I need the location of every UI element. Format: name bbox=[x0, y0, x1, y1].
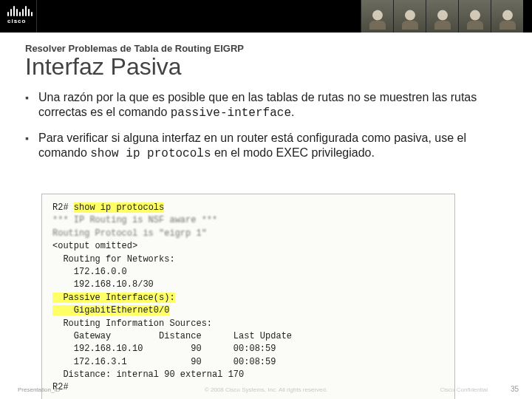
footer-presentation-id: Presentation_ID bbox=[18, 386, 60, 393]
term-line-09: GigabitEthernet0/0 bbox=[52, 305, 169, 316]
kicker-heading: Resolver Problemas de Tabla de Routing E… bbox=[25, 43, 244, 54]
bullet-1-code: passive-interface bbox=[171, 106, 291, 120]
bullet-2: Para verificar si alguna interfaz en un … bbox=[25, 131, 507, 161]
footer-copyright: © 2008 Cisco Systems, Inc. All rights re… bbox=[205, 386, 327, 393]
term-line-12: 192.168.10.10 90 00:08:59 bbox=[52, 344, 276, 354]
term-line-07: 192.168.10.8/30 bbox=[52, 279, 154, 290]
cisco-logo-text: cisco bbox=[7, 18, 26, 24]
slide: cisco Resolver Problemas de Tabla de Rou… bbox=[0, 0, 532, 399]
term-line-13: 172.16.3.1 90 00:08:59 bbox=[52, 357, 276, 367]
term-line-05: Routing for Networks: bbox=[52, 254, 175, 265]
people-collage bbox=[361, 0, 523, 33]
term-line-01-cmd: show ip protocols bbox=[74, 202, 164, 213]
term-line-08: Passive Interface(s): bbox=[52, 293, 175, 303]
term-line-14: Distance: internal 90 external 170 bbox=[52, 369, 244, 380]
bullet-1-text-post: . bbox=[291, 106, 294, 118]
terminal-box: R2# show ip protocols *** IP Routing is … bbox=[41, 194, 455, 399]
cisco-logo-icon bbox=[7, 4, 33, 16]
term-line-02: *** IP Routing is NSF aware *** bbox=[52, 215, 217, 225]
body-text: Una razón por la que es posible que en l… bbox=[25, 90, 507, 171]
term-line-01-prompt: R2# bbox=[52, 202, 74, 213]
term-line-06: 172.16.0.0 bbox=[52, 267, 127, 277]
top-bar: cisco bbox=[0, 0, 532, 33]
logo-separator bbox=[36, 0, 37, 33]
footer-page-number: 35 bbox=[511, 385, 519, 393]
bullet-2-code: show ip protocols bbox=[90, 147, 211, 160]
term-line-04: <output omitted> bbox=[52, 241, 137, 251]
term-line-03: Routing Protocol is "eigrp 1" bbox=[52, 228, 207, 239]
bullet-1: Una razón por la que es posible que en l… bbox=[25, 90, 507, 120]
bullet-2-text-post: en el modo EXEC privilegiado. bbox=[211, 146, 375, 159]
terminal-output: R2# show ip protocols *** IP Routing is … bbox=[41, 194, 455, 399]
page-title: Interfaz Pasiva bbox=[25, 53, 182, 81]
cisco-logo: cisco bbox=[7, 4, 33, 24]
footer-confidential: Cisco Confidential bbox=[440, 386, 488, 393]
term-line-11: Gateway Distance Last Update bbox=[52, 331, 292, 341]
term-line-10: Routing Information Sources: bbox=[52, 318, 212, 329]
